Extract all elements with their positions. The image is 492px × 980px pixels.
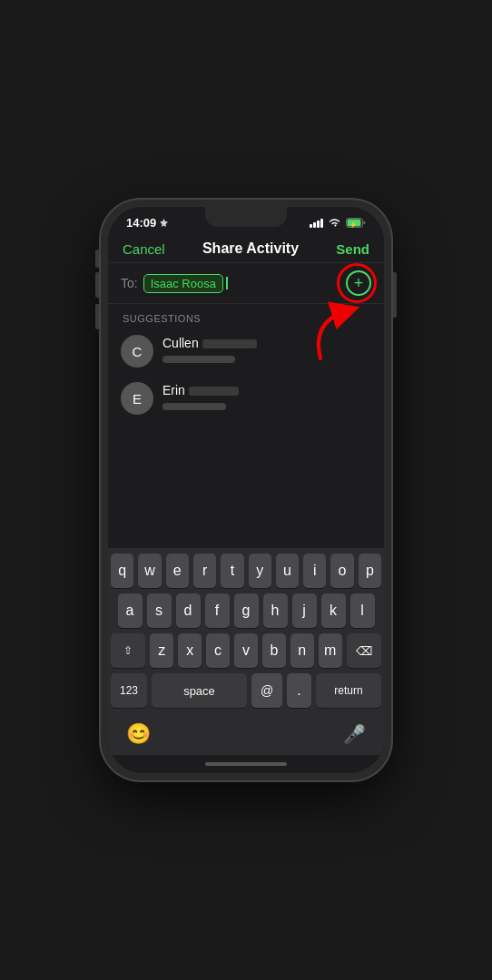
navigation-bar: Cancel Share Activity Send xyxy=(108,233,384,263)
plus-icon: + xyxy=(354,275,364,291)
signal-bar-3 xyxy=(317,220,320,228)
keyboard[interactable]: q w e r t y u i o p a s d f g h j k xyxy=(108,548,384,717)
period-key[interactable]: . xyxy=(287,673,311,708)
battery-icon: ⚡ xyxy=(346,218,366,228)
suggestion-info-cullen: Cullen xyxy=(162,336,371,367)
key-p[interactable]: p xyxy=(359,554,381,588)
avatar-initial: C xyxy=(133,344,143,359)
return-key[interactable]: return xyxy=(316,673,381,708)
key-i[interactable]: i xyxy=(303,554,326,588)
delete-key[interactable]: ⌫ xyxy=(347,633,381,668)
at-key[interactable]: @ xyxy=(251,673,282,708)
key-d[interactable]: d xyxy=(176,593,201,628)
key-y[interactable]: y xyxy=(249,554,271,588)
key-a[interactable]: a xyxy=(118,593,143,628)
suggestions-header: SUGGESTIONS xyxy=(108,304,384,328)
avatar-erin: E xyxy=(121,382,153,415)
key-o[interactable]: o xyxy=(330,554,353,588)
suggestion-name-erin: Erin xyxy=(162,383,371,397)
key-u[interactable]: u xyxy=(276,554,299,588)
keyboard-row-4: 123 space @ . return xyxy=(111,673,381,708)
home-indicator-area xyxy=(108,755,384,773)
key-s[interactable]: s xyxy=(147,593,172,628)
text-cursor xyxy=(226,277,228,289)
add-recipient-button[interactable]: + xyxy=(346,270,371,296)
key-r[interactable]: r xyxy=(193,554,216,588)
keyboard-row-2: a s d f g h j k l xyxy=(111,593,381,628)
phone-frame: 14:09 xyxy=(101,200,391,780)
page-title: Share Activity xyxy=(202,240,299,257)
key-g[interactable]: g xyxy=(234,593,259,628)
key-k[interactable]: k xyxy=(321,593,346,628)
svg-text:⚡: ⚡ xyxy=(349,220,358,229)
shift-key[interactable]: ⇧ xyxy=(111,633,145,668)
avatar-initial-erin: E xyxy=(133,391,142,407)
suggestion-info-erin: Erin xyxy=(162,383,371,414)
signal-bar-2 xyxy=(313,222,316,228)
key-m[interactable]: m xyxy=(319,633,342,668)
power-button[interactable] xyxy=(393,272,397,318)
key-x[interactable]: x xyxy=(178,633,202,668)
home-bar xyxy=(205,762,287,766)
status-icons: ⚡ xyxy=(310,218,366,228)
volume-up-button[interactable] xyxy=(95,272,99,298)
signal-bar-4 xyxy=(320,219,323,228)
phone-screen: 14:09 xyxy=(108,207,384,773)
volume-down-button[interactable] xyxy=(95,304,99,329)
signal-bar-1 xyxy=(310,224,312,228)
key-v[interactable]: v xyxy=(234,633,258,668)
suggestion-name-cullen: Cullen xyxy=(162,336,371,350)
key-j[interactable]: j xyxy=(292,593,317,628)
silent-switch[interactable] xyxy=(95,250,99,268)
signal-bars xyxy=(310,219,323,228)
numbers-key[interactable]: 123 xyxy=(111,673,147,708)
suggestion-sub-cullen xyxy=(162,356,235,363)
key-t[interactable]: t xyxy=(221,554,243,588)
key-n[interactable]: n xyxy=(290,633,314,668)
key-z[interactable]: z xyxy=(150,633,173,668)
key-b[interactable]: b xyxy=(262,633,286,668)
time-display: 14:09 xyxy=(126,216,156,230)
wifi-icon xyxy=(328,218,341,228)
suggestion-cullen[interactable]: C Cullen xyxy=(108,328,384,375)
space-key[interactable]: space xyxy=(152,673,247,708)
cancel-button[interactable]: Cancel xyxy=(123,241,165,257)
avatar-cullen: C xyxy=(121,335,153,368)
key-l[interactable]: l xyxy=(350,593,375,628)
key-q[interactable]: q xyxy=(111,554,133,588)
key-w[interactable]: w xyxy=(138,554,161,588)
main-content-area xyxy=(108,422,384,548)
send-button[interactable]: Send xyxy=(336,241,369,257)
key-c[interactable]: c xyxy=(206,633,230,668)
location-icon xyxy=(160,219,168,227)
to-field-row: To: Isaac Roosa + xyxy=(108,263,384,304)
keyboard-row-1: q w e r t y u i o p xyxy=(111,554,381,588)
status-time: 14:09 xyxy=(126,216,168,230)
keyboard-row-3: ⇧ z x c v b n m ⌫ xyxy=(111,633,381,668)
to-label: To: xyxy=(121,276,138,290)
recipient-chip[interactable]: Isaac Roosa xyxy=(143,274,223,293)
suggestion-sub-erin xyxy=(162,403,226,410)
key-e[interactable]: e xyxy=(166,554,189,588)
emoji-button[interactable]: 😊 xyxy=(126,722,151,746)
mic-button[interactable]: 🎤 xyxy=(343,723,366,745)
key-f[interactable]: f xyxy=(205,593,230,628)
notch xyxy=(205,207,287,227)
bottom-toolbar: 😊 🎤 xyxy=(108,717,384,755)
key-h[interactable]: h xyxy=(263,593,288,628)
suggestion-erin[interactable]: E Erin xyxy=(108,375,384,422)
